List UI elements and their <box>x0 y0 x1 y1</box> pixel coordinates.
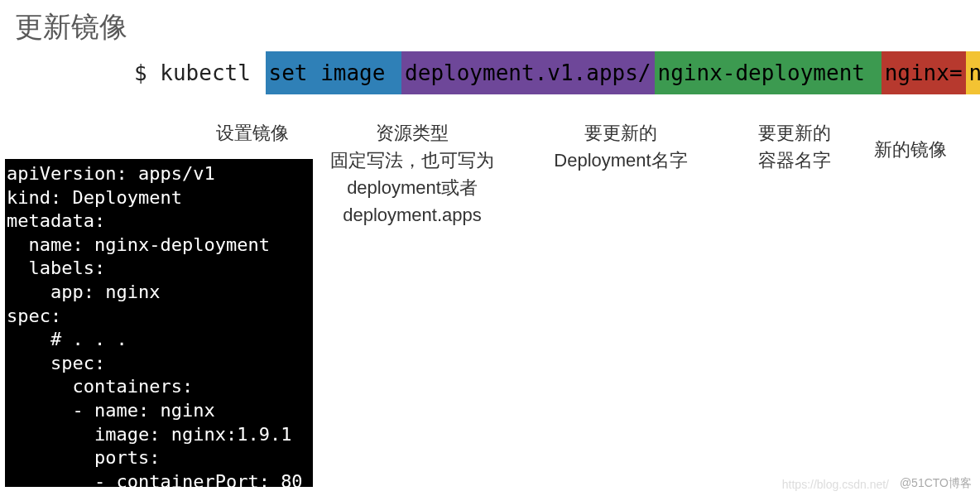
annot-container-name-l1: 要更新的 <box>745 119 844 147</box>
segment-set-image: set image <box>266 51 402 94</box>
annot-deployment-name-l1: 要更新的 <box>530 119 712 147</box>
command-prefix: $ kubectl <box>0 51 266 94</box>
annot-container-name-l2: 容器名字 <box>745 147 844 174</box>
annot-deployment-name: 要更新的 Deployment名字 <box>530 119 712 174</box>
annot-new-image: 新的镜像 <box>857 136 964 163</box>
watermark: @51CTO博客 <box>900 476 972 491</box>
annot-container-name: 要更新的 容器名字 <box>745 119 844 174</box>
annot-resource-type-l4: deployment.apps <box>318 201 507 229</box>
annot-set-image: 设置镜像 <box>203 119 302 147</box>
segment-container: nginx= <box>882 51 966 94</box>
annot-resource-type-l1: 资源类型 <box>318 119 507 147</box>
page-title: 更新镜像 <box>15 8 127 46</box>
annot-deployment-name-l2: Deployment名字 <box>530 147 712 174</box>
command-row: $ kubectl set image deployment.v1.apps/ … <box>0 51 980 94</box>
annot-resource-type: 资源类型 固定写法，也可写为 deployment或者 deployment.a… <box>318 119 507 229</box>
yaml-block: apiVersion: apps/v1 kind: Deployment met… <box>5 159 313 487</box>
segment-image: nginx:1.9.1 <box>966 51 980 94</box>
segment-resource-type: deployment.v1.apps/ <box>401 51 654 94</box>
segment-deployment: nginx-deployment <box>655 51 882 94</box>
annot-resource-type-l3: deployment或者 <box>318 174 507 201</box>
annot-resource-type-l2: 固定写法，也可写为 <box>318 147 507 174</box>
watermark-url: https://blog.csdn.net/ <box>782 478 889 491</box>
